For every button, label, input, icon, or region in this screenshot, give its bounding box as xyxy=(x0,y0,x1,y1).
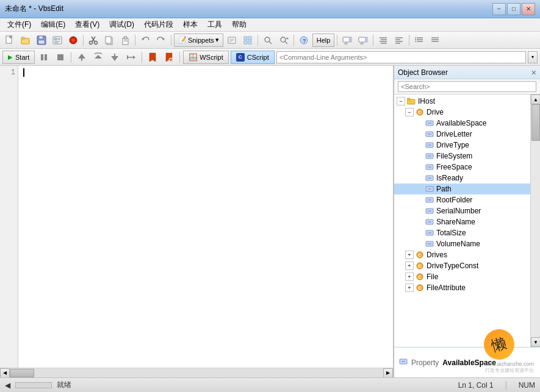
tree-node-ihost[interactable]: − IHost xyxy=(394,96,530,107)
help-button[interactable]: Help xyxy=(312,34,335,47)
align-btn1[interactable] xyxy=(376,34,391,47)
expand-drives[interactable]: + xyxy=(405,251,414,259)
cmd-args-dropdown[interactable]: ▾ xyxy=(528,51,538,63)
scroll-up-btn[interactable]: ▲ xyxy=(531,94,540,104)
svg-rect-32 xyxy=(244,37,247,40)
tree-node-rootfolder[interactable]: RootFolder xyxy=(394,194,530,205)
tree-node-filesystem[interactable]: FileSystem xyxy=(394,151,530,162)
separator-7 xyxy=(373,35,373,46)
ob-vertical-scrollbar[interactable]: ▲ ▼ xyxy=(530,94,540,347)
editor-content[interactable] xyxy=(18,66,393,368)
scroll-right-btn[interactable]: ▶ xyxy=(383,368,393,378)
separator-5 xyxy=(293,35,294,46)
separator-3 xyxy=(171,35,171,46)
paste-button[interactable] xyxy=(118,34,132,47)
list-btn2[interactable] xyxy=(428,34,442,47)
tree-node-totalsize[interactable]: TotalSize xyxy=(394,227,530,238)
grid-btn[interactable] xyxy=(240,34,255,47)
run-to-btn[interactable] xyxy=(124,51,139,64)
ob-header: Object Browser × xyxy=(394,66,540,79)
stop-button[interactable] xyxy=(53,51,68,64)
step-into-btn[interactable] xyxy=(74,51,89,64)
status-scroll-left[interactable]: ◀ xyxy=(5,381,10,390)
copy-button[interactable] xyxy=(102,34,117,47)
menu-samples[interactable]: 样本 xyxy=(178,18,203,31)
svg-text:C: C xyxy=(418,275,421,279)
pause-button[interactable] xyxy=(37,51,51,64)
expand-drive[interactable]: − xyxy=(405,108,414,116)
cscript-button[interactable]: C CScript xyxy=(231,51,275,64)
open-button[interactable] xyxy=(18,34,33,47)
prop-icon xyxy=(425,130,434,138)
scroll-track[interactable] xyxy=(10,368,383,378)
volumename-label: VolumeName xyxy=(436,240,480,248)
minimize-button[interactable]: − xyxy=(492,3,506,15)
menu-edit[interactable]: 编辑(E) xyxy=(36,18,70,31)
svg-point-65 xyxy=(415,41,416,42)
tree-node-drives[interactable]: + C Drives xyxy=(394,249,530,260)
cut-button[interactable] xyxy=(86,34,101,47)
tree-node-path[interactable]: Path xyxy=(394,184,530,194)
ob-tree-area: − IHost − C Drive xyxy=(394,94,540,347)
snippet-extra-btn[interactable] xyxy=(225,34,239,47)
menu-help[interactable]: 帮助 xyxy=(227,18,251,31)
help-icon-btn[interactable]: ? xyxy=(297,34,311,47)
status-left: ◀ 就绪 xyxy=(5,380,71,390)
expand-drivetypeconst[interactable]: + xyxy=(405,262,414,270)
tree-node-drivetypeconst[interactable]: + C DriveTypeConst xyxy=(394,260,530,271)
menu-view[interactable]: 查看(V) xyxy=(70,18,104,31)
svg-line-37 xyxy=(269,41,272,44)
maximize-button[interactable]: □ xyxy=(507,3,520,15)
line-numbers: 1 xyxy=(0,66,18,368)
stop-circle-button[interactable] xyxy=(66,34,81,47)
menu-tools[interactable]: 工具 xyxy=(203,18,227,31)
tree-node-serialnumber[interactable]: SerialNumber xyxy=(394,205,530,216)
step-over-btn[interactable] xyxy=(91,51,106,64)
start-button[interactable]: ▶ Start xyxy=(2,51,35,64)
expand-fileattribute[interactable]: + xyxy=(405,283,414,292)
ob-tree: − IHost − C Drive xyxy=(394,94,530,347)
save-button[interactable] xyxy=(34,34,49,47)
scroll-thumb[interactable] xyxy=(10,369,34,377)
tree-node-isready[interactable]: IsReady xyxy=(394,173,530,184)
list-btn1[interactable] xyxy=(412,34,427,47)
tree-node-drive[interactable]: − C Drive xyxy=(394,107,530,118)
scroll-track[interactable] xyxy=(531,104,540,337)
prop-icon xyxy=(425,119,434,127)
undo-button[interactable] xyxy=(138,34,153,47)
tree-node-freespace[interactable]: FreeSpace xyxy=(394,162,530,173)
new-button[interactable] xyxy=(2,34,17,47)
tree-node-fileattribute[interactable]: + C FileAttribute xyxy=(394,282,530,293)
menu-file[interactable]: 文件(F) xyxy=(2,18,36,31)
ob-search-input[interactable] xyxy=(398,81,536,92)
tree-node-availablespace[interactable]: AvailableSpace xyxy=(394,118,530,129)
scroll-left-btn[interactable]: ◀ xyxy=(0,368,10,378)
expand-ihost[interactable]: − xyxy=(397,97,405,105)
cmd-args-input[interactable] xyxy=(276,51,526,63)
menu-debug[interactable]: 调试(D) xyxy=(104,18,139,31)
ob-close-button[interactable]: × xyxy=(531,68,536,77)
find-bookmark-btn[interactable] xyxy=(162,51,176,64)
close-button[interactable]: ✕ xyxy=(522,3,535,15)
horizontal-scrollbar[interactable]: ◀ ▶ xyxy=(0,368,393,377)
scroll-thumb[interactable] xyxy=(531,104,540,141)
expand-file[interactable]: + xyxy=(405,273,414,281)
menu-snippets[interactable]: 代码片段 xyxy=(139,18,178,31)
snippets-button[interactable]: 📝 Snippets ▾ xyxy=(174,34,223,47)
align-btn2[interactable] xyxy=(392,34,406,47)
tree-node-drivetype[interactable]: DriveType xyxy=(394,140,530,151)
monitor-btn2[interactable] xyxy=(356,34,370,47)
tree-node-file[interactable]: + C File xyxy=(394,271,530,282)
monitor-btn1[interactable] xyxy=(340,34,355,47)
templates-button[interactable] xyxy=(50,34,65,47)
tree-node-sharename[interactable]: ShareName xyxy=(394,216,530,227)
tree-node-driveletter[interactable]: DriveLetter xyxy=(394,129,530,140)
wscript-button[interactable]: 🪟 WScript xyxy=(183,51,229,64)
search-next-btn[interactable] xyxy=(276,34,291,47)
step-out-btn[interactable] xyxy=(107,51,122,64)
scroll-down-btn[interactable]: ▼ xyxy=(531,337,540,347)
bookmark-btn[interactable] xyxy=(145,51,160,64)
tree-node-volumename[interactable]: VolumeName xyxy=(394,238,530,249)
redo-button[interactable] xyxy=(154,34,168,47)
search-btn[interactable] xyxy=(261,34,275,47)
